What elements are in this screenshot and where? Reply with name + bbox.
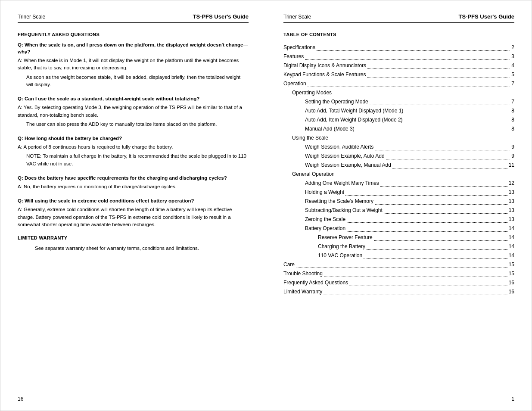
faq-item-4: Q: Does the battery have specific requir… [18, 174, 249, 190]
toc-dots [367, 249, 507, 250]
toc-dots [347, 222, 507, 223]
toc-row: Charging the Battery14 [283, 242, 514, 251]
toc-dots [367, 68, 510, 69]
toc-item-label: Features [283, 52, 304, 61]
toc-item-page: 13 [509, 197, 514, 206]
toc-item-page: 9 [511, 152, 514, 161]
toc-item-label: Battery Operation [305, 224, 345, 233]
toc-row: Setting the Operating Mode7 [283, 97, 514, 106]
toc-row: Zeroing the Scale13 [283, 215, 514, 224]
toc-item-page: 14 [509, 251, 514, 260]
toc-dots [296, 268, 507, 268]
faq-item-5: Q: Will using the scale in extreme cold … [18, 197, 249, 228]
toc-dots [384, 213, 507, 214]
toc-dots [370, 105, 510, 105]
toc-row: General Operation [283, 170, 514, 179]
toc-row: Auto Add, Item Weight Displayed (Mode 2)… [283, 115, 514, 125]
faq-a2-text-1: A: Yes. By selecting operating Mode 3, t… [18, 104, 249, 119]
faq-a5-text-1: A: Generally, extreme cold conditions wi… [18, 206, 249, 228]
faq-a2-text-2: The user can also press the ADD key to m… [26, 121, 249, 128]
toc-item-label: Care [283, 260, 295, 269]
toc-item-page: 14 [509, 233, 514, 242]
toc-row: Holding a Weight13 [283, 188, 514, 197]
toc-row: Operating Modes [283, 88, 514, 97]
toc-item-label: Auto Add, Item Weight Displayed (Mode 2) [305, 115, 403, 125]
toc-item-page: 14 [509, 242, 514, 251]
right-page: Triner Scale TS-PFS User's Guide TABLE O… [266, 0, 532, 411]
left-page-header: Triner Scale TS-PFS User's Guide [18, 13, 249, 23]
faq-item-2: Q: Can I use the scale as a standard, st… [18, 95, 249, 128]
toc-item-label: Operation [283, 79, 306, 88]
faq-answer-3: A: A period of 8 continuous hours is req… [18, 143, 249, 168]
toc-item-page: 8 [511, 115, 514, 125]
toc-item-page: 12 [509, 179, 514, 188]
toc-row: Adding One Weight Many Times12 [283, 179, 514, 188]
toc-container: Specifications2Features3Digital Display … [283, 43, 514, 296]
toc-item-label: Reserve Power Feature [318, 233, 373, 242]
faq-item-1: Q: When the scale is on, and I press dow… [18, 41, 249, 88]
faq-a3-text-2: NOTE: To maintain a full charge in the b… [26, 153, 249, 168]
toc-item-page: 14 [509, 224, 514, 233]
toc-item-page: 15 [509, 269, 514, 278]
toc-dots [386, 159, 510, 159]
toc-row: Resetting the Scale's Memory13 [283, 197, 514, 206]
toc-item-label: Charging the Battery [318, 242, 365, 251]
faq-a1-text-1: A: When the scale is in Mode 1, it will … [18, 57, 249, 72]
toc-item-page: 15 [509, 260, 514, 269]
toc-item-label: Frequently Asked Questions [283, 278, 348, 287]
toc-item-label: Auto Add, Total Weight Displayed (Mode 1… [305, 106, 403, 115]
toc-item-label: Setting the Operating Mode [305, 97, 368, 106]
toc-item-label: 110 VAC Operation [318, 251, 362, 260]
toc-heading: TABLE OF CONTENTS [283, 32, 514, 37]
toc-dots [347, 231, 507, 232]
toc-row: Care15 [283, 260, 514, 269]
toc-dots [324, 295, 507, 295]
toc-item-label: Trouble Shooting [283, 269, 323, 278]
toc-dots [374, 240, 507, 241]
faq-answer-5: A: Generally, extreme cold conditions wi… [18, 206, 249, 228]
toc-row: Specifications2 [283, 43, 514, 52]
toc-dots [345, 195, 507, 196]
faq-a3-text-1: A: A period of 8 continuous hours is req… [18, 143, 249, 151]
toc-item-page: 13 [509, 188, 514, 197]
toc-item-label: Adding One Weight Many Times [305, 179, 379, 188]
toc-item-page: 7 [511, 79, 514, 88]
left-page-number: 16 [18, 396, 23, 402]
toc-row: Weigh Session Example, Auto Add9 [283, 152, 514, 161]
faq-question-4: Q: Does the battery have specific requir… [18, 174, 249, 181]
toc-dots [375, 204, 507, 205]
toc-dots [364, 258, 507, 259]
toc-item-page: 4 [511, 61, 514, 70]
faq-question-5: Q: Will using the scale in extreme cold … [18, 197, 249, 204]
toc-item-page: 8 [511, 106, 514, 115]
left-brand: Triner Scale [18, 14, 45, 20]
toc-dots [308, 87, 510, 87]
toc-dots [392, 168, 507, 168]
toc-row: 110 VAC Operation14 [283, 251, 514, 260]
right-brand: Triner Scale [283, 14, 311, 20]
faq-answer-2: A: Yes. By selecting operating Mode 3, t… [18, 104, 249, 128]
toc-item-page: 13 [509, 215, 514, 224]
toc-dots [367, 78, 510, 78]
left-title: TS-PFS User's Guide [193, 13, 249, 20]
faq-answer-4: A: No, the battery requires no monitorin… [18, 183, 249, 190]
faq-q1-text: Q: When the scale is on, and I press dow… [18, 41, 249, 55]
faq-question-3: Q: How long should the battery be charge… [18, 135, 249, 142]
faq-question-2: Q: Can I use the scale as a standard, st… [18, 95, 249, 102]
toc-item-label: Limited Warranty [283, 287, 322, 296]
faq-q4-text: Q: Does the battery have specific requir… [18, 174, 227, 181]
toc-item-page: 7 [511, 97, 514, 106]
faq-answer-1: A: When the scale is in Mode 1, it will … [18, 57, 249, 88]
left-page: Triner Scale TS-PFS User's Guide FREQUEN… [0, 0, 266, 411]
toc-item-label: Manual Add (Mode 3) [305, 125, 355, 134]
right-page-number: 1 [511, 396, 514, 402]
toc-item-page: 5 [511, 70, 514, 79]
toc-row: Weigh Session Example, Manual Add11 [283, 161, 514, 170]
toc-row: Subtracting/Backing Out a Weight13 [283, 206, 514, 215]
faq-a1-text-2: As soon as the weight becomes stable, it… [26, 74, 249, 89]
toc-row: Features3 [283, 52, 514, 61]
toc-item-page: 16 [509, 287, 514, 296]
toc-item-label: Weigh Session Example, Manual Add [305, 161, 391, 170]
warranty-heading: LIMITED WARRANTY [18, 235, 249, 240]
toc-item-label: Holding a Weight [305, 188, 344, 197]
